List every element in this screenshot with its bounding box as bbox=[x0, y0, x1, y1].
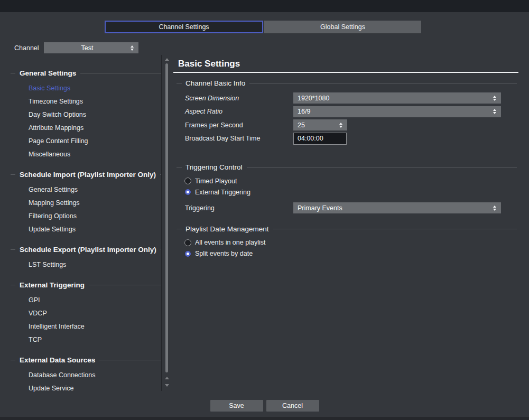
field-frames-per-second: Frames per Second 25 bbox=[185, 118, 518, 132]
frames-per-second-value: 25 bbox=[293, 122, 339, 129]
sidebar-group-header: Schedule Import (Playlist Importer Only) bbox=[11, 170, 161, 179]
header-line bbox=[249, 83, 517, 83]
radio-label: Split events by date bbox=[195, 250, 253, 257]
field-screen-dimension: Screen Dimension 1920*1080 bbox=[185, 91, 518, 105]
sidebar-group-title: Schedule Export (Playlist Importer Only) bbox=[20, 246, 156, 254]
section-playlist-date-management: Playlist Date Management All events in o… bbox=[173, 225, 518, 259]
page-title: Basic Settings bbox=[173, 58, 518, 70]
sidebar-item-gpi[interactable]: GPI bbox=[29, 294, 161, 307]
screen-dimension-value: 1920*1080 bbox=[293, 95, 493, 102]
sidebar-item-lst-settings[interactable]: LST Settings bbox=[29, 258, 161, 272]
channel-select[interactable]: Test bbox=[44, 42, 138, 53]
sidebar-item-filtering-options[interactable]: Filtering Options bbox=[29, 210, 161, 223]
radio-label: All events in one playlist bbox=[195, 239, 265, 246]
header-dash bbox=[177, 83, 182, 83]
scrollbar-thumb[interactable] bbox=[165, 63, 168, 372]
sidebar-item-intelligent-interface[interactable]: Intelligent Interface bbox=[29, 320, 161, 333]
updown-arrow-icon bbox=[339, 123, 342, 128]
section-triggering-control: Triggering Control Timed Playout Externa… bbox=[173, 163, 518, 215]
radio-icon bbox=[184, 250, 191, 257]
header-dash bbox=[177, 229, 182, 229]
sidebar-group-title: Schedule Import (Playlist Importer Only) bbox=[20, 171, 156, 179]
radio-icon bbox=[184, 178, 191, 184]
section-header: Channel Basic Info bbox=[173, 79, 518, 88]
radio-label: Timed Playout bbox=[195, 178, 237, 185]
sidebar-group-external-data-sources: External Data Sources Database Connectio… bbox=[11, 356, 161, 395]
broadcast-day-start-time-label: Broadcast Day Start Time bbox=[185, 135, 293, 142]
tab-global-settings[interactable]: Global Settings bbox=[264, 21, 421, 33]
radio-split-events-by-date[interactable]: Split events by date bbox=[184, 248, 518, 259]
radio-timed-playout[interactable]: Timed Playout bbox=[184, 175, 518, 186]
sidebar-item-day-switch-options[interactable]: Day Switch Options bbox=[29, 108, 161, 122]
radio-icon bbox=[184, 239, 191, 246]
sidebar-item-database-connections[interactable]: Database Connections bbox=[29, 369, 161, 382]
triggering-value: Primary Events bbox=[293, 204, 493, 212]
updown-arrow-icon bbox=[493, 109, 496, 114]
channel-select-value: Test bbox=[44, 44, 131, 52]
frames-per-second-label: Frames per Second bbox=[185, 122, 293, 129]
sidebar-item-basic-settings[interactable]: Basic Settings bbox=[29, 82, 161, 95]
aspect-ratio-select[interactable]: 16/9 bbox=[293, 106, 501, 117]
section-title: Channel Basic Info bbox=[185, 79, 245, 87]
footer-actions: Save Cancel bbox=[0, 400, 529, 412]
sidebar-scrollbar[interactable] bbox=[164, 55, 170, 393]
sidebar-group-external-triggering: External Triggering GPI VDCP Intelligent… bbox=[11, 281, 161, 347]
screen-dimension-select[interactable]: 1920*1080 bbox=[293, 92, 501, 104]
triggering-select[interactable]: Primary Events bbox=[293, 202, 501, 213]
updown-arrow-icon bbox=[493, 206, 496, 211]
scroll-up-icon[interactable] bbox=[165, 377, 169, 379]
field-broadcast-day-start-time: Broadcast Day Start Time bbox=[185, 132, 518, 146]
section-channel-basic-info: Channel Basic Info Screen Dimension 1920… bbox=[173, 79, 518, 145]
sidebar-group-schedule-export: Schedule Export (Playlist Importer Only)… bbox=[11, 245, 161, 272]
tab-channel-settings[interactable]: Channel Settings bbox=[105, 21, 263, 33]
radio-all-events-in-one-playlist[interactable]: All events in one playlist bbox=[184, 237, 518, 248]
radio-icon bbox=[184, 189, 191, 195]
sidebar-group-title: External Data Sources bbox=[20, 356, 95, 364]
scroll-down-icon[interactable] bbox=[165, 384, 169, 387]
sidebar-group-title: General Settings bbox=[20, 69, 76, 77]
scroll-up-icon[interactable] bbox=[165, 58, 169, 61]
sidebar-group-header: Schedule Export (Playlist Importer Only) bbox=[11, 245, 161, 254]
sidebar-item-vdcp[interactable]: VDCP bbox=[29, 307, 161, 320]
save-button[interactable]: Save bbox=[210, 400, 263, 412]
header-dash bbox=[11, 73, 15, 73]
sidebar-item-import-general-settings[interactable]: General Settings bbox=[29, 183, 161, 197]
updown-arrow-icon bbox=[493, 96, 496, 101]
header-line bbox=[99, 360, 161, 360]
header-dash bbox=[11, 249, 15, 250]
cancel-button[interactable]: Cancel bbox=[266, 400, 319, 412]
screen-dimension-label: Screen Dimension bbox=[185, 95, 293, 102]
sidebar-item-timezone-settings[interactable]: Timezone Settings bbox=[29, 95, 161, 108]
sidebar-item-attribute-mappings[interactable]: Attribute Mappings bbox=[29, 122, 161, 135]
radio-external-triggering[interactable]: External Triggering bbox=[184, 186, 518, 198]
sidebar-item-update-settings[interactable]: Update Settings bbox=[29, 223, 161, 236]
main-panel: Basic Settings Channel Basic Info Screen… bbox=[173, 58, 518, 259]
triggering-label: Triggering bbox=[185, 204, 293, 212]
sidebar-item-mapping-settings[interactable]: Mapping Settings bbox=[29, 197, 161, 210]
tab-global-settings-label: Global Settings bbox=[320, 23, 365, 31]
section-header: Triggering Control bbox=[173, 163, 518, 172]
field-aspect-ratio: Aspect Ratio 16/9 bbox=[185, 105, 518, 119]
section-title: Triggering Control bbox=[185, 163, 243, 171]
sidebar-item-update-service[interactable]: Update Service bbox=[29, 382, 161, 395]
header-dash bbox=[177, 167, 182, 167]
broadcast-day-start-time-input[interactable] bbox=[293, 133, 347, 145]
sidebar-item-tcp[interactable]: TCP bbox=[29, 333, 161, 347]
sidebar-item-miscellaneous[interactable]: Miscellaneous bbox=[29, 148, 161, 161]
window-bottom-border bbox=[0, 417, 529, 420]
header-dash bbox=[11, 360, 15, 360]
settings-sidebar: General Settings Basic Settings Timezone… bbox=[11, 69, 161, 404]
sidebar-item-page-content-filling[interactable]: Page Content Filling bbox=[29, 135, 161, 148]
sidebar-main-divider bbox=[161, 55, 162, 391]
header-line bbox=[89, 285, 161, 285]
section-title: Playlist Date Management bbox=[185, 225, 269, 233]
sidebar-group-header: External Data Sources bbox=[11, 356, 161, 364]
aspect-ratio-label: Aspect Ratio bbox=[185, 108, 293, 115]
frames-per-second-select[interactable]: 25 bbox=[293, 119, 347, 130]
section-header: Playlist Date Management bbox=[173, 225, 518, 234]
window-title-bar bbox=[0, 0, 529, 12]
settings-window: Channel Settings Global Settings Channel… bbox=[0, 0, 529, 420]
sidebar-group-schedule-import: Schedule Import (Playlist Importer Only)… bbox=[11, 170, 161, 236]
aspect-ratio-value: 16/9 bbox=[293, 108, 493, 115]
header-line bbox=[273, 229, 517, 229]
